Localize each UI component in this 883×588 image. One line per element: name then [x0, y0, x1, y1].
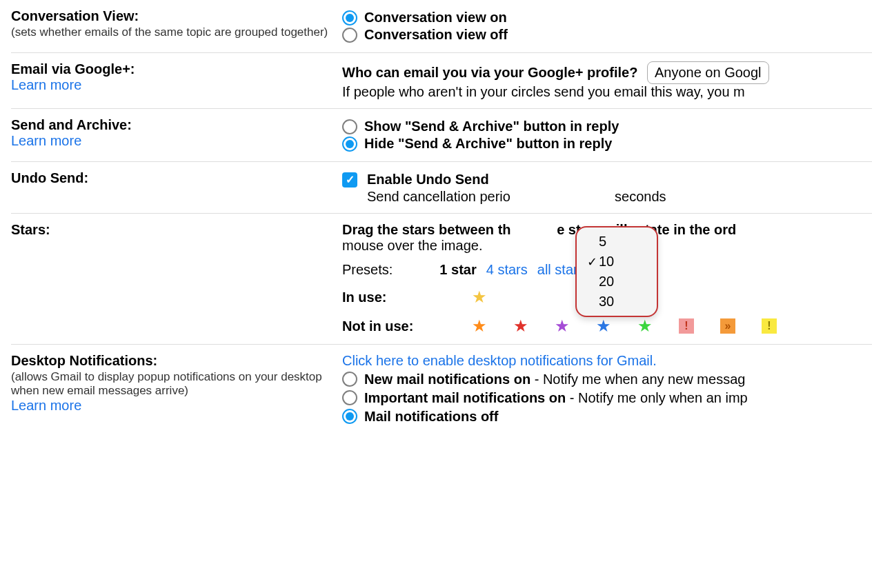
notif-important-label: Important mail notifications on [364, 390, 566, 405]
undo-send-option-label: 10 [599, 254, 614, 270]
send-archive-row: Send and Archive: Learn more Show "Send … [11, 108, 872, 161]
desktop-notifications-title: Desktop Notifications: [11, 353, 328, 369]
undo-send-period-dropdown[interactable]: 5✓102030 [575, 226, 658, 317]
undo-send-period-prefix: Send cancellation perio [367, 189, 510, 204]
check-icon: ✓ [585, 254, 599, 270]
notif-important-desc: - Notify me only when an imp [566, 390, 747, 405]
send-archive-show-label: Show "Send & Archive" button in reply [364, 119, 619, 134]
conversation-view-on-radio[interactable] [342, 10, 357, 26]
notif-new-desc: - Notify me when any new messag [530, 372, 745, 387]
preset-1-star[interactable]: 1 star [439, 262, 476, 278]
email-via-gplus-row: Email via Google+: Learn more Who can em… [11, 52, 872, 108]
star-notinuse-6[interactable]: » [720, 318, 735, 334]
star-notinuse-1[interactable]: ★ [513, 316, 528, 336]
stars-in-use-label: In use: [342, 290, 446, 305]
conversation-view-hint: (sets whether emails of the same topic a… [11, 26, 328, 39]
preset-4-stars[interactable]: 4 stars [486, 262, 528, 278]
undo-send-option-label: 5 [599, 234, 606, 250]
undo-send-enable-checkbox[interactable] [342, 172, 357, 187]
conversation-view-off-label: Conversation view off [364, 27, 508, 43]
undo-send-option-label: 20 [599, 274, 614, 290]
undo-send-row: Undo Send: Enable Undo Send Send cancell… [11, 161, 872, 213]
undo-send-option-label: 30 [599, 294, 614, 310]
stars-row: Stars: Drag the stars between th e stars… [11, 213, 872, 344]
desktop-notifications-row: Desktop Notifications: (allows Gmail to … [11, 344, 872, 433]
email-via-gplus-learn-more-link[interactable]: Learn more [11, 77, 328, 93]
undo-send-title: Undo Send: [11, 170, 328, 186]
notif-off-radio[interactable] [342, 409, 357, 424]
stars-title: Stars: [11, 222, 328, 238]
send-archive-hide-label: Hide "Send & Archive" button in reply [364, 136, 612, 152]
notif-important-radio[interactable] [342, 390, 357, 405]
notif-new-label: New mail notifications on [364, 372, 530, 387]
undo-send-period-suffix: seconds [615, 189, 666, 204]
desktop-notifications-learn-more-link[interactable]: Learn more [11, 398, 328, 414]
undo-send-enable-label: Enable Undo Send [367, 172, 489, 187]
star-notinuse-7[interactable]: ! [762, 318, 777, 334]
notif-off-label: Mail notifications off [364, 409, 498, 424]
undo-send-option-20[interactable]: 20 [577, 272, 657, 292]
star-notinuse-2[interactable]: ★ [555, 316, 570, 336]
conversation-view-title: Conversation View: [11, 8, 328, 24]
email-via-gplus-question: Who can email you via your Google+ profi… [342, 65, 637, 80]
email-via-gplus-hint: If people who aren't in your circles sen… [342, 84, 872, 100]
notif-new-radio[interactable] [342, 372, 357, 387]
stars-not-in-use-label: Not in use: [342, 318, 446, 334]
star-notinuse-5[interactable]: ! [679, 318, 694, 334]
email-via-gplus-title: Email via Google+: [11, 61, 328, 77]
conversation-view-on-label: Conversation view on [364, 10, 507, 26]
star-inuse-0[interactable]: ★ [472, 287, 487, 307]
undo-send-option-5[interactable]: 5 [577, 232, 657, 252]
send-archive-show-radio[interactable] [342, 119, 357, 134]
conversation-view-row: Conversation View: (sets whether emails … [11, 0, 872, 52]
conversation-view-off-radio[interactable] [342, 28, 357, 43]
star-notinuse-0[interactable]: ★ [472, 316, 487, 336]
enable-desktop-notifications-link[interactable]: Click here to enable desktop notificatio… [342, 353, 872, 369]
send-archive-hide-radio[interactable] [342, 136, 357, 152]
send-archive-title: Send and Archive: [11, 117, 328, 133]
desktop-notifications-hint: (allows Gmail to display popup notificat… [11, 370, 328, 398]
email-via-gplus-select[interactable]: Anyone on Googl [647, 61, 769, 84]
star-notinuse-3[interactable]: ★ [596, 316, 611, 336]
stars-presets-label: Presets: [342, 262, 393, 278]
send-archive-learn-more-link[interactable]: Learn more [11, 133, 328, 149]
star-notinuse-4[interactable]: ★ [637, 316, 653, 336]
undo-send-option-30[interactable]: 30 [577, 292, 657, 312]
undo-send-option-10[interactable]: ✓10 [577, 252, 657, 272]
